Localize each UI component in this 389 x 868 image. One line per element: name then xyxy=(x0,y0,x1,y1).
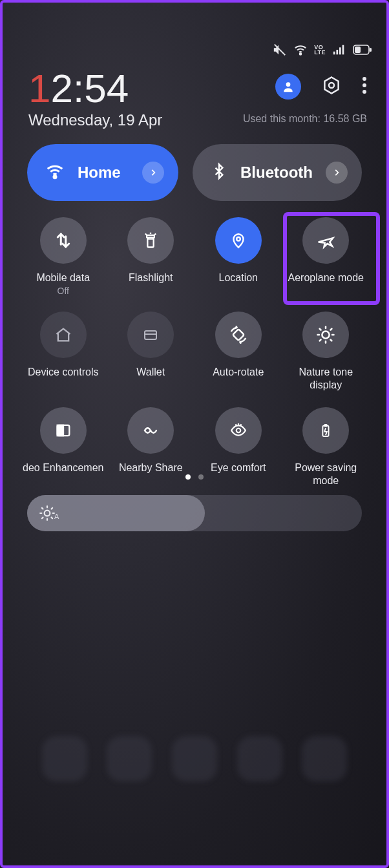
tile-location[interactable]: Location xyxy=(194,216,282,296)
svg-line-17 xyxy=(145,234,147,235)
svg-line-32 xyxy=(331,329,332,330)
eye-icon[interactable] xyxy=(215,407,262,454)
volte-icon: VO LTE xyxy=(314,45,326,55)
pin-icon[interactable] xyxy=(215,217,262,264)
dock-app xyxy=(107,736,152,781)
svg-line-47 xyxy=(52,518,53,519)
svg-point-14 xyxy=(363,90,366,94)
tile-sublabel: Off xyxy=(58,286,69,296)
svg-point-15 xyxy=(54,176,56,178)
sun-icon[interactable] xyxy=(302,312,349,358)
arrows-updown-icon[interactable] xyxy=(40,217,87,264)
profile-avatar-button[interactable] xyxy=(275,74,301,100)
card-icon[interactable] xyxy=(127,312,174,358)
page-dot-1[interactable] xyxy=(185,474,191,480)
wifi-expand-chevron-icon[interactable] xyxy=(142,162,164,184)
wifi-label: Home xyxy=(78,164,129,182)
nearby-icon[interactable] xyxy=(127,407,174,454)
tile-label: Nature tone display xyxy=(284,366,368,392)
svg-marker-10 xyxy=(324,78,338,94)
quick-tile-grid: Mobile dataOffFlashlightLocationAeroplan… xyxy=(19,216,370,487)
tile-auto-rotate[interactable]: Auto-rotate xyxy=(194,310,282,392)
tile-label: Auto-rotate xyxy=(213,366,264,379)
svg-point-1 xyxy=(300,53,302,55)
svg-point-41 xyxy=(45,511,50,516)
tile-aeroplane-mode[interactable]: Aeroplane mode xyxy=(282,216,370,296)
tile-wallet[interactable]: Wallet xyxy=(107,310,195,392)
svg-rect-21 xyxy=(145,331,156,339)
svg-point-35 xyxy=(237,429,241,433)
svg-rect-2 xyxy=(333,52,335,55)
svg-rect-34 xyxy=(57,425,63,436)
svg-rect-8 xyxy=(370,48,372,52)
svg-point-13 xyxy=(363,83,366,87)
svg-rect-23 xyxy=(233,329,244,341)
tile-label: Wallet xyxy=(136,366,165,379)
status-bar: VO LTE xyxy=(273,43,372,57)
auto-brightness-icon[interactable]: A xyxy=(39,505,59,522)
bluetooth-label: Bluetooth xyxy=(240,164,313,182)
bluetooth-toggle[interactable]: Bluetooth xyxy=(193,144,362,201)
wifi-toggle[interactable]: Home xyxy=(27,144,178,201)
battery-icon xyxy=(353,45,372,55)
panel-header: 12:54 Wednesday, 19 Apr Used this month:… xyxy=(28,69,372,129)
svg-line-48 xyxy=(42,518,43,519)
tile-label: Nearby Share xyxy=(119,461,183,474)
svg-rect-5 xyxy=(342,45,344,55)
dock-app xyxy=(172,736,217,781)
tile-label: deo Enhancemen xyxy=(23,461,103,474)
rotate-icon[interactable] xyxy=(215,312,262,358)
dock-app xyxy=(42,736,87,781)
mute-icon xyxy=(273,43,287,57)
square-half-icon[interactable] xyxy=(40,407,87,454)
tile-label: Aeroplane mode xyxy=(288,271,364,284)
dock-blur xyxy=(3,736,386,781)
tile-label: Location xyxy=(219,271,258,284)
big-toggle-row: Home Bluetooth xyxy=(27,144,362,201)
tile-device-controls[interactable]: Device controls xyxy=(19,310,107,392)
tile-mobile-data[interactable]: Mobile dataOff xyxy=(19,216,107,296)
plane-icon[interactable] xyxy=(302,217,349,264)
tile-label: Mobile data xyxy=(36,271,90,284)
svg-point-24 xyxy=(322,331,330,338)
svg-line-30 xyxy=(331,340,332,341)
svg-line-49 xyxy=(52,508,53,509)
clock-rest: 2:54 xyxy=(50,66,129,111)
page-dot-2[interactable] xyxy=(198,474,204,480)
bluetooth-icon xyxy=(211,162,227,184)
tile-flashlight[interactable]: Flashlight xyxy=(107,216,195,296)
svg-line-36 xyxy=(235,424,236,425)
svg-line-29 xyxy=(320,329,321,330)
more-icon[interactable] xyxy=(362,76,367,97)
page-indicator[interactable] xyxy=(3,474,386,480)
svg-line-46 xyxy=(42,508,43,509)
bluetooth-expand-chevron-icon[interactable] xyxy=(326,162,348,184)
svg-line-38 xyxy=(240,424,241,425)
dock-app xyxy=(237,736,282,781)
flashlight-icon[interactable] xyxy=(127,217,174,264)
svg-line-31 xyxy=(320,340,321,341)
tile-nature-tone[interactable]: Nature tone display xyxy=(282,310,370,392)
svg-line-18 xyxy=(155,234,156,235)
svg-point-9 xyxy=(286,82,291,87)
svg-point-11 xyxy=(329,83,334,88)
home-icon[interactable] xyxy=(40,312,87,358)
wifi-icon xyxy=(293,43,308,57)
data-usage[interactable]: Used this month: 16.58 GB xyxy=(243,113,367,125)
svg-rect-4 xyxy=(339,47,341,54)
svg-rect-7 xyxy=(355,47,361,53)
brightness-slider[interactable]: A xyxy=(27,495,362,531)
svg-point-20 xyxy=(237,237,240,241)
settings-icon[interactable] xyxy=(322,76,341,98)
tile-label: Flashlight xyxy=(129,271,173,284)
dock-app xyxy=(302,736,347,781)
battery-icon[interactable] xyxy=(302,407,349,454)
tile-label: Eye comfort xyxy=(211,461,266,474)
clock-hour-accent: 1 xyxy=(28,66,50,111)
svg-rect-3 xyxy=(336,50,338,54)
tile-label: Device controls xyxy=(28,366,98,379)
wifi-icon xyxy=(45,162,65,184)
auto-brightness-label: A xyxy=(54,513,59,520)
svg-point-12 xyxy=(363,77,366,81)
signal-icon xyxy=(332,43,346,57)
